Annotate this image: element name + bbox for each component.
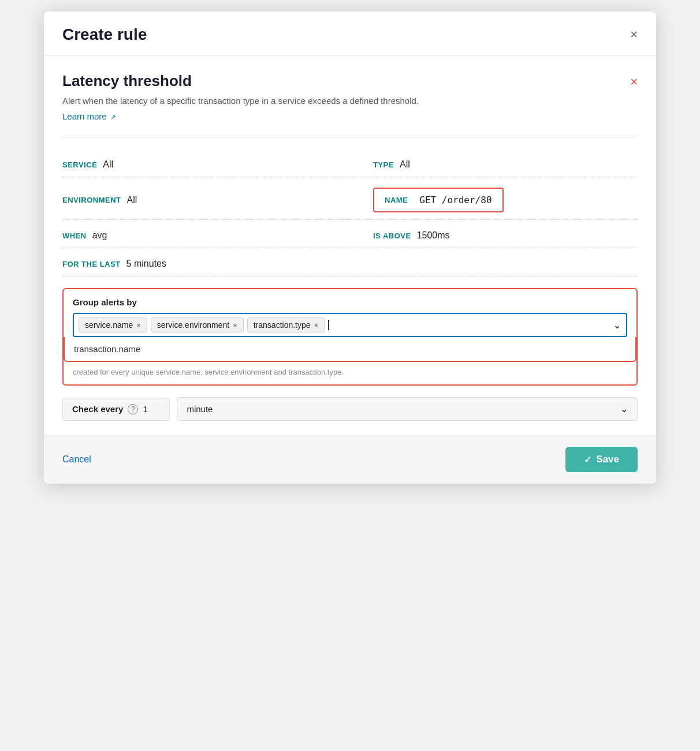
modal-body: Latency threshold Alert when the latency… bbox=[44, 56, 656, 435]
environment-value[interactable]: All bbox=[127, 195, 137, 206]
name-label: NAME bbox=[385, 196, 408, 204]
learn-more-link[interactable]: Learn more ↗ bbox=[62, 111, 116, 121]
tag-chip-service-name: service.name × bbox=[79, 317, 147, 332]
check-every-interval-input[interactable] bbox=[143, 404, 160, 414]
section-divider bbox=[62, 137, 638, 137]
close-rule-icon[interactable]: × bbox=[630, 74, 638, 89]
remove-tag-service-name[interactable]: × bbox=[136, 321, 141, 330]
environment-field: ENVIRONMENT All bbox=[62, 177, 350, 220]
check-every-label: Check every bbox=[72, 404, 123, 414]
type-field: TYPE All bbox=[350, 149, 638, 177]
modal-footer: Cancel ✓ Save bbox=[44, 435, 656, 484]
tag-chip-transaction-type: transaction.type × bbox=[247, 317, 325, 332]
check-every-box: Check every ? bbox=[62, 398, 170, 421]
dropdown-option-transaction-name[interactable]: transaction.name bbox=[64, 337, 636, 362]
save-label: Save bbox=[596, 454, 619, 465]
close-modal-icon[interactable]: × bbox=[630, 28, 638, 41]
create-rule-modal: Create rule × Latency threshold Alert wh… bbox=[44, 12, 656, 484]
rule-header: Latency threshold Alert when the latency… bbox=[62, 72, 638, 125]
is-above-field: IS ABOVE 1500ms bbox=[350, 220, 638, 248]
is-above-label: IS ABOVE bbox=[373, 231, 411, 240]
service-label: SERVICE bbox=[62, 160, 97, 169]
group-alerts-title: Group alerts by bbox=[64, 289, 636, 313]
unit-select-box[interactable]: minute ⌄ bbox=[177, 397, 638, 421]
tag-chip-service-environment: service.environment × bbox=[151, 317, 244, 332]
unit-chevron-icon: ⌄ bbox=[620, 403, 628, 414]
name-field: NAME GET /order/80 bbox=[350, 177, 638, 220]
when-value[interactable]: avg bbox=[92, 230, 107, 241]
external-link-icon: ↗ bbox=[110, 113, 116, 121]
modal-header: Create rule × bbox=[44, 12, 656, 56]
rule-info: Latency threshold Alert when the latency… bbox=[62, 72, 419, 125]
check-every-help-icon[interactable]: ? bbox=[128, 404, 138, 414]
is-above-value[interactable]: 1500ms bbox=[417, 230, 450, 241]
remove-tag-service-environment[interactable]: × bbox=[233, 321, 237, 330]
tag-label-transaction-type: transaction.type bbox=[254, 320, 311, 330]
service-field: SERVICE All bbox=[62, 149, 350, 177]
unit-label: minute bbox=[187, 404, 213, 414]
text-cursor bbox=[328, 320, 329, 330]
when-field: WHEN avg bbox=[62, 220, 350, 248]
name-box[interactable]: NAME GET /order/80 bbox=[373, 188, 504, 212]
type-label: TYPE bbox=[373, 160, 394, 169]
check-every-section: Check every ? minute ⌄ bbox=[62, 386, 638, 435]
remove-tag-transaction-type[interactable]: × bbox=[314, 321, 319, 330]
service-value[interactable]: All bbox=[103, 159, 113, 170]
tags-input-row[interactable]: service.name × service.environment × tra… bbox=[73, 313, 627, 337]
for-last-field: FOR THE LAST 5 minutes bbox=[62, 248, 638, 277]
group-alerts-section: Group alerts by service.name × service.e… bbox=[62, 288, 638, 386]
group-alerts-note: created for every unique service.name, s… bbox=[64, 362, 636, 384]
environment-label: ENVIRONMENT bbox=[62, 196, 121, 204]
tag-label-service-environment: service.environment bbox=[157, 320, 229, 330]
for-last-label: FOR THE LAST bbox=[62, 260, 121, 268]
cancel-button[interactable]: Cancel bbox=[62, 454, 91, 465]
rule-title: Latency threshold bbox=[62, 72, 419, 90]
fields-grid: SERVICE All TYPE All ENVIRONMENT All NAM… bbox=[62, 149, 638, 277]
learn-more-row: Learn more ↗ bbox=[62, 110, 419, 124]
tags-dropdown-chevron[interactable]: ⌄ bbox=[613, 319, 621, 331]
when-label: WHEN bbox=[62, 231, 87, 240]
modal-title: Create rule bbox=[62, 25, 147, 44]
save-check-icon: ✓ bbox=[584, 454, 591, 465]
tag-label-service-name: service.name bbox=[85, 320, 133, 330]
type-value[interactable]: All bbox=[400, 159, 410, 170]
for-last-value[interactable]: 5 minutes bbox=[126, 259, 166, 269]
name-value: GET /order/80 bbox=[419, 195, 492, 206]
rule-description: Alert when the latency of a specific tra… bbox=[62, 95, 419, 108]
save-button[interactable]: ✓ Save bbox=[565, 447, 638, 472]
